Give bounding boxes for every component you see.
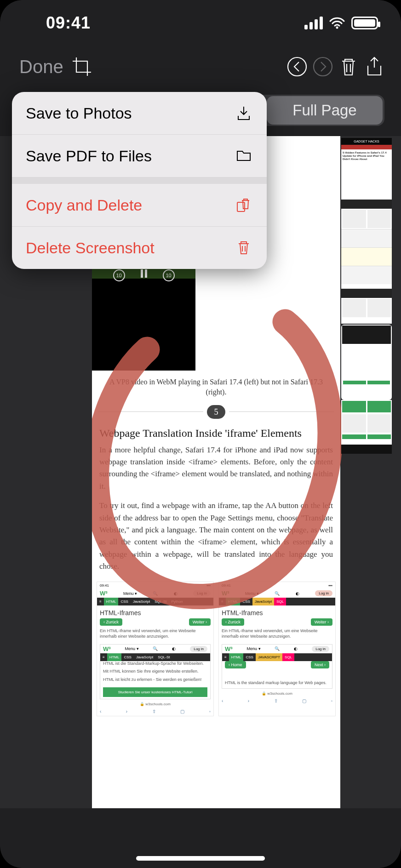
section-divider: 5 <box>98 405 334 419</box>
right-screenshot: 09:41▪▪▪ W³ Menu ▾ 🔍◐ Log in ≡ HTML CSS … <box>218 582 336 716</box>
download-icon <box>235 104 253 122</box>
section-heading: Webpage Translation Inside 'iframe' Elem… <box>92 427 340 444</box>
menu-save-to-photos[interactable]: Save to Photos <box>12 92 267 135</box>
menu-item-label: Delete Screenshot <box>26 239 155 257</box>
folder-icon <box>235 147 253 165</box>
svg-point-0 <box>336 27 338 29</box>
thumb-title: 5 Hidden Features in Safari's 17.4 Updat… <box>341 149 392 163</box>
page-thumbnail[interactable] <box>341 445 392 454</box>
thumb-brand: GADGET HACKS <box>341 138 392 145</box>
forward-icon: 10 <box>163 269 175 281</box>
action-menu: Save to Photos Save PDF to Files Copy an… <box>12 92 267 269</box>
home-indicator[interactable] <box>136 856 265 861</box>
menu-copy-and-delete[interactable]: Copy and Delete <box>12 184 267 227</box>
crop-icon[interactable] <box>69 54 95 80</box>
trash-icon <box>235 239 253 257</box>
page-thumbnail[interactable]: GADGET HACKS 5 Hidden Features in Safari… <box>341 138 392 200</box>
share-icon[interactable] <box>361 54 387 80</box>
menu-item-label: Copy and Delete <box>26 196 142 214</box>
editor-toolbar: Done <box>0 46 401 87</box>
comparison-screenshots: 09:41▪▪▪ W³ Menu ▾ 🔍◐ Log in ≡ HTML CSS … <box>92 580 340 716</box>
page-thumbnail-strip[interactable]: GADGET HACKS 5 Hidden Features in Safari… <box>341 138 392 808</box>
page-thumbnail[interactable] <box>341 200 392 284</box>
status-time: 09:41 <box>46 13 91 33</box>
status-bar: 09:41 <box>0 0 401 46</box>
rewind-icon: 10 <box>113 269 125 281</box>
menu-delete-screenshot[interactable]: Delete Screenshot <box>12 227 267 269</box>
battery-icon <box>351 17 378 29</box>
wifi-icon <box>329 17 345 29</box>
menu-item-label: Save to Photos <box>26 104 132 122</box>
paragraph-1: In a more helpful change, Safari 17.4 fo… <box>92 444 340 500</box>
section-number: 5 <box>207 405 225 419</box>
page-thumbnail[interactable] <box>341 400 392 445</box>
menu-item-label: Save PDF to Files <box>26 147 152 165</box>
w3-logo: W³ <box>100 590 108 597</box>
page-thumbnail-selected[interactable] <box>341 325 392 400</box>
redo-icon <box>310 54 336 80</box>
page-thumbnail[interactable] <box>341 284 392 324</box>
undo-icon[interactable] <box>284 54 310 80</box>
svg-point-2 <box>314 57 332 76</box>
copy-trash-icon <box>235 196 253 214</box>
left-screenshot: 09:41▪▪▪ W³ Menu ▾ 🔍◐ Log in ≡ HTML CSS … <box>97 582 214 716</box>
paragraph-2: To try it out, find a webpage with an if… <box>92 500 340 580</box>
figure-caption: A VP8 video in WebM playing in Safari 17… <box>92 374 340 400</box>
svg-point-1 <box>288 57 306 76</box>
status-indicators <box>304 17 378 29</box>
trash-icon[interactable] <box>336 54 361 80</box>
done-button[interactable]: Done <box>14 57 69 77</box>
cellular-icon <box>304 17 323 29</box>
segment-full-page[interactable]: Full Page <box>267 96 383 125</box>
menu-save-pdf-to-files[interactable]: Save PDF to Files <box>12 135 267 177</box>
pause-icon <box>141 269 147 281</box>
